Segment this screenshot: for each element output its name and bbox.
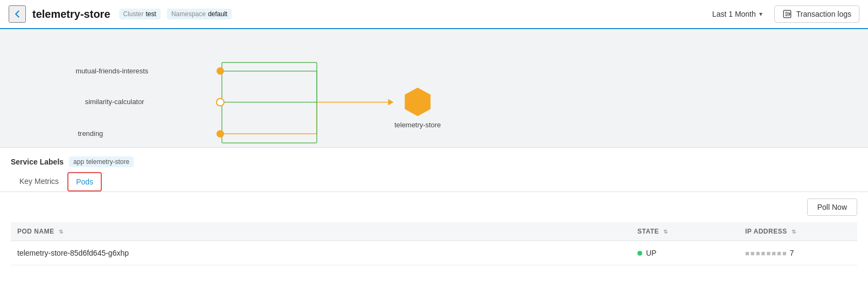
app-header: telemetry-store Cluster test Namespace d… [0, 0, 868, 29]
time-selector[interactable]: Last 1 Month ▾ [707, 6, 768, 22]
ip-suffix: 7 [790, 249, 794, 257]
back-button[interactable] [9, 5, 26, 23]
node-telemetry-store[interactable] [405, 88, 430, 117]
col-ip-address: IP ADDRESS ⇅ [739, 222, 857, 241]
service-graph: mutual-friends-interests similarity-calc… [0, 29, 868, 148]
pods-content: Poll Now POD NAME ⇅ STATE ⇅ IP ADDRESS ⇅ [0, 192, 868, 265]
svg-text:similarity-calculator: similarity-calculator [85, 98, 145, 106]
service-label-key: app [73, 158, 84, 166]
svg-text:telemetry-store: telemetry-store [394, 121, 441, 129]
cluster-value: test [146, 10, 156, 18]
sort-icon-state[interactable]: ⇅ [663, 229, 668, 235]
state-cell: UP [631, 241, 739, 265]
chevron-down-icon: ▾ [759, 10, 762, 18]
tab-key-metrics[interactable]: Key Metrics [11, 172, 67, 192]
node-mutual-friends[interactable] [217, 67, 224, 75]
pods-table: POD NAME ⇅ STATE ⇅ IP ADDRESS ⇅ telemetr… [11, 222, 857, 265]
sort-icon-pod-name[interactable]: ⇅ [59, 229, 64, 235]
ip-blurred: ■■■■■■■■ [745, 249, 788, 257]
status-up-dot [637, 251, 642, 256]
node-similarity-calculator[interactable] [217, 98, 224, 106]
service-labels-section: Service Labels app telemetry-store [0, 148, 868, 172]
svg-marker-7 [388, 99, 393, 105]
time-label: Last 1 Month [712, 10, 756, 18]
tabs-bar: Key Metrics Pods [0, 172, 868, 192]
poll-now-button[interactable]: Poll Now [807, 199, 857, 216]
poll-row: Poll Now [11, 192, 857, 222]
graph-svg: mutual-friends-interests similarity-calc… [0, 29, 868, 147]
namespace-badge: Namespace default [167, 9, 232, 19]
state-value: UP [646, 249, 656, 257]
svg-text:mutual-friends-interests: mutual-friends-interests [75, 67, 148, 75]
sort-icon-ip[interactable]: ⇅ [791, 229, 796, 235]
namespace-value: default [208, 10, 227, 18]
app-title: telemetry-store [32, 8, 110, 20]
transaction-logs-label: Transaction logs [796, 10, 851, 18]
table-row: telemetry-store-85d6fd645-g6xhp UP ■■■■■… [11, 241, 857, 265]
svg-rect-8 [222, 63, 317, 143]
col-state: STATE ⇅ [631, 222, 739, 241]
pods-table-body: telemetry-store-85d6fd645-g6xhp UP ■■■■■… [11, 241, 857, 265]
pod-name-cell: telemetry-store-85d6fd645-g6xhp [11, 241, 631, 265]
cluster-badge: Cluster test [119, 9, 161, 19]
ip-address-cell: ■■■■■■■■ 7 [739, 241, 857, 265]
col-pod-name: POD NAME ⇅ [11, 222, 631, 241]
service-labels-title: Service Labels [11, 158, 64, 166]
node-trending[interactable] [217, 130, 224, 138]
tab-pods[interactable]: Pods [67, 172, 102, 191]
svg-text:trending: trending [78, 129, 103, 138]
cluster-key: Cluster [123, 10, 144, 18]
transaction-logs-icon [782, 9, 792, 19]
namespace-key: Namespace [171, 10, 206, 18]
service-label-badge: app telemetry-store [69, 156, 134, 167]
transaction-logs-button[interactable]: Transaction logs [774, 5, 859, 23]
service-label-value: telemetry-store [86, 158, 129, 166]
pods-table-header: POD NAME ⇅ STATE ⇅ IP ADDRESS ⇅ [11, 222, 857, 241]
